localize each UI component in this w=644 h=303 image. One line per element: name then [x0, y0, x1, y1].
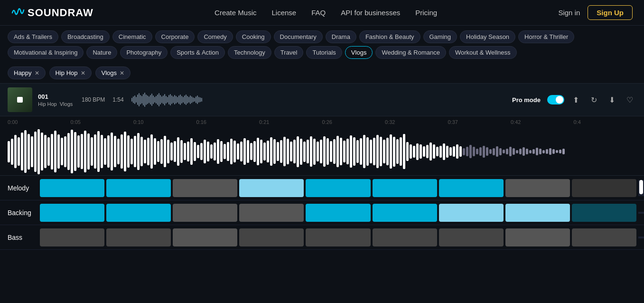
- stem-block[interactable]: [306, 228, 370, 246]
- stem-block[interactable]: [239, 204, 304, 222]
- filter-tag-ads-&-trailers[interactable]: Ads & Trailers: [8, 30, 58, 43]
- stem-block[interactable]: [505, 204, 570, 222]
- nav-create-music[interactable]: Create Music: [215, 9, 256, 17]
- signin-button[interactable]: Sign in: [558, 9, 580, 17]
- wave-bar: [536, 148, 538, 155]
- stem-scrollbar[interactable]: [638, 212, 644, 214]
- stem-block[interactable]: [40, 204, 104, 222]
- nav-license[interactable]: License: [271, 9, 296, 17]
- mini-wave-bar: [186, 95, 187, 105]
- stem-block[interactable]: [572, 179, 636, 197]
- mini-wave-bar: [131, 98, 132, 102]
- stem-block[interactable]: [106, 204, 171, 222]
- stem-block[interactable]: [505, 179, 570, 197]
- stem-block[interactable]: [40, 179, 104, 197]
- wave-bar: [121, 134, 123, 169]
- selected-tag-happy[interactable]: Happy✕: [8, 66, 46, 79]
- time-mark: 0:16: [196, 119, 260, 125]
- filter-tag-wedding-&-romance[interactable]: Wedding & Romance: [375, 46, 446, 59]
- mini-wave-bar: [178, 95, 179, 104]
- stem-block[interactable]: [239, 179, 304, 197]
- wave-bar: [61, 138, 63, 165]
- stem-block[interactable]: [306, 204, 370, 222]
- filter-tag-photography[interactable]: Photography: [120, 46, 168, 59]
- stem-block[interactable]: [106, 228, 171, 246]
- nav-faq[interactable]: FAQ: [311, 9, 326, 17]
- filter-tag-documentary[interactable]: Documentary: [274, 30, 323, 43]
- mini-wave-bar: [190, 95, 191, 104]
- stem-block[interactable]: [572, 228, 636, 246]
- pro-mode-label: Pro mode: [512, 96, 541, 104]
- filter-tag-cinematic[interactable]: Cinematic: [112, 30, 152, 43]
- wave-bar: [336, 136, 339, 167]
- stem-block[interactable]: [173, 179, 237, 197]
- filter-tag-holiday-season[interactable]: Holiday Season: [460, 30, 515, 43]
- filter-tag-cooking[interactable]: Cooking: [236, 30, 271, 43]
- waveform[interactable]: [0, 128, 644, 175]
- mini-wave-bar: [144, 93, 145, 107]
- filter-tag-fashion-&-beauty[interactable]: Fashion & Beauty: [359, 30, 420, 43]
- mini-waveform[interactable]: [131, 91, 506, 108]
- filter-tag-drama[interactable]: Drama: [326, 30, 356, 43]
- wave-bar: [459, 146, 462, 157]
- stem-block[interactable]: [106, 179, 171, 197]
- wave-bar: [317, 142, 319, 161]
- stem-block[interactable]: [572, 204, 636, 222]
- wave-bar: [131, 139, 133, 164]
- time-mark: 0:26: [322, 119, 385, 125]
- stem-scrollbar[interactable]: [638, 237, 644, 238]
- track-thumbnail[interactable]: [8, 87, 32, 112]
- stem-block[interactable]: [373, 228, 437, 246]
- filter-tag-broadcasting[interactable]: Broadcasting: [61, 30, 110, 43]
- filter-tag-motivational-&-inspiring[interactable]: Motivational & Inspiring: [8, 46, 84, 59]
- filter-tag-vlogs[interactable]: Vlogs: [345, 46, 373, 59]
- stem-block[interactable]: [439, 179, 504, 197]
- wave-bar: [11, 139, 13, 165]
- filter-tag-corporate[interactable]: Corporate: [155, 30, 195, 43]
- stem-block[interactable]: [439, 204, 504, 222]
- wave-bar: [243, 138, 246, 165]
- filter-tag-travel[interactable]: Travel: [274, 46, 304, 59]
- track-tags: Hip Hop Vlogs: [38, 101, 76, 107]
- selected-tag-hip-hop[interactable]: Hip Hop✕: [49, 66, 92, 79]
- share-button[interactable]: ⬆: [569, 93, 582, 106]
- mini-wave-bar: [196, 96, 196, 103]
- nav-pricing[interactable]: Pricing: [415, 9, 437, 17]
- wave-bar: [117, 139, 120, 164]
- stem-block[interactable]: [439, 228, 504, 246]
- signup-button[interactable]: Sign Up: [588, 5, 633, 20]
- selected-tag-vlogs[interactable]: Vlogs✕: [95, 66, 131, 79]
- filter-tag-nature[interactable]: Nature: [86, 46, 117, 59]
- filter-tag-gaming[interactable]: Gaming: [423, 30, 457, 43]
- stem-block[interactable]: [173, 204, 237, 222]
- stem-block[interactable]: [173, 228, 237, 246]
- stem-scrollbar[interactable]: [638, 180, 644, 196]
- track-genre2: Vlogs: [60, 101, 73, 107]
- filter-tag-comedy[interactable]: Comedy: [197, 30, 233, 43]
- favorite-button[interactable]: ♡: [623, 93, 636, 106]
- nav-api[interactable]: API for businesses: [341, 9, 400, 17]
- wave-bar: [433, 144, 435, 159]
- stem-block[interactable]: [306, 179, 370, 197]
- wave-bar: [87, 133, 90, 170]
- wave-bar: [127, 135, 130, 168]
- download-button[interactable]: ⬇: [605, 93, 618, 106]
- stem-block[interactable]: [505, 228, 570, 246]
- filter-tag-sports-&-action[interactable]: Sports & Action: [170, 46, 225, 59]
- loop-button[interactable]: ↻: [587, 93, 600, 106]
- mini-wave-bar: [147, 95, 148, 104]
- stem-block[interactable]: [373, 204, 437, 222]
- stem-block[interactable]: [373, 179, 437, 197]
- scrollbar-thumb[interactable]: [639, 180, 643, 194]
- filter-tag-tutorials[interactable]: Tutorials: [306, 46, 342, 59]
- filter-tag-workout-&-wellness[interactable]: Workout & Wellness: [449, 46, 517, 59]
- stem-block[interactable]: [239, 228, 304, 246]
- filter-tag-horror-&-thriller[interactable]: Horror & Thriller: [518, 30, 574, 43]
- mini-wave-bar: [143, 94, 144, 105]
- wave-bar: [556, 150, 558, 153]
- wave-bar: [167, 140, 169, 163]
- pro-mode-toggle[interactable]: [547, 95, 564, 104]
- wave-bar: [297, 136, 299, 167]
- filter-tag-technology[interactable]: Technology: [228, 46, 271, 59]
- stem-block[interactable]: [40, 228, 104, 246]
